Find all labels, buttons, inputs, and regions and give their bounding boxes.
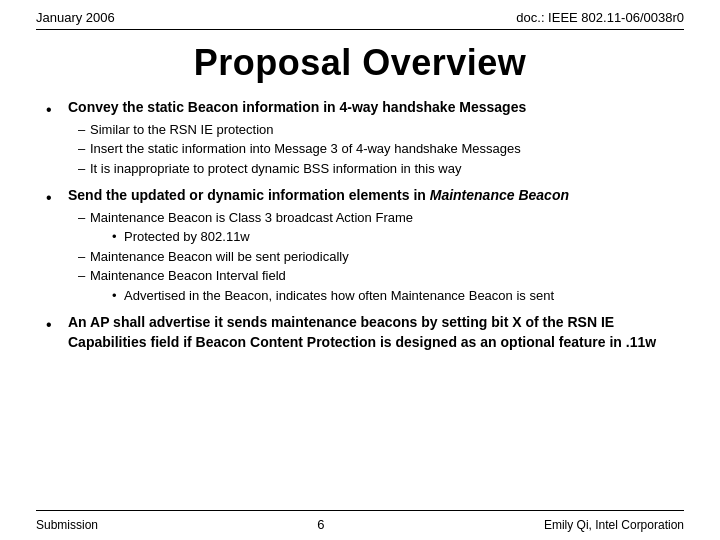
header-doc: doc.: IEEE 802.11-06/0038r0 bbox=[516, 10, 684, 25]
sub-sub-item-2-1-1: Protected by 802.11w bbox=[110, 227, 674, 247]
bullet-content-3: An AP shall advertise it sends maintenan… bbox=[68, 313, 674, 354]
footer: Submission 6 Emily Qi, Intel Corporation bbox=[36, 510, 684, 540]
header-date: January 2006 bbox=[36, 10, 115, 25]
page: January 2006 doc.: IEEE 802.11-06/0038r0… bbox=[0, 0, 720, 540]
sub-item-1-2: Insert the static information into Messa… bbox=[78, 139, 674, 159]
bullet-marker-1: • bbox=[46, 98, 68, 121]
bullet-section-2: • Send the updated or dynamic informatio… bbox=[46, 186, 674, 305]
header: January 2006 doc.: IEEE 802.11-06/0038r0 bbox=[36, 0, 684, 30]
footer-right: Emily Qi, Intel Corporation bbox=[544, 518, 684, 532]
bullet-marker-3: • bbox=[46, 313, 68, 336]
bullet-main-3: An AP shall advertise it sends maintenan… bbox=[68, 313, 674, 352]
sub-list-2: Maintenance Beacon is Class 3 broadcast … bbox=[68, 208, 674, 306]
bullet-section-3: • An AP shall advertise it sends mainten… bbox=[46, 313, 674, 354]
content-area: • Convey the static Beacon information i… bbox=[36, 98, 684, 510]
footer-page-number: 6 bbox=[98, 517, 544, 532]
sub-item-1-1: Similar to the RSN IE protection bbox=[78, 120, 674, 140]
bullet-content-1: Convey the static Beacon information in … bbox=[68, 98, 674, 178]
page-title: Proposal Overview bbox=[36, 42, 684, 84]
sub-item-2-3: Maintenance Beacon Interval field Advert… bbox=[78, 266, 674, 305]
sub-list-1: Similar to the RSN IE protection Insert … bbox=[68, 120, 674, 179]
sub-item-2-1: Maintenance Beacon is Class 3 broadcast … bbox=[78, 208, 674, 247]
italic-maintenance: Maintenance Beacon bbox=[430, 187, 569, 203]
sub-sub-list-2-3: Advertised in the Beacon, indicates how … bbox=[90, 286, 674, 306]
sub-item-1-3: It is inappropriate to protect dynamic B… bbox=[78, 159, 674, 179]
bullet-main-1: Convey the static Beacon information in … bbox=[68, 98, 674, 118]
sub-item-2-2: Maintenance Beacon will be sent periodic… bbox=[78, 247, 674, 267]
footer-left: Submission bbox=[36, 518, 98, 532]
bullet-main-2: Send the updated or dynamic information … bbox=[68, 186, 674, 206]
bullet-section-1: • Convey the static Beacon information i… bbox=[46, 98, 674, 178]
sub-sub-item-2-3-1: Advertised in the Beacon, indicates how … bbox=[110, 286, 674, 306]
bullet-marker-2: • bbox=[46, 186, 68, 209]
bullet-content-2: Send the updated or dynamic information … bbox=[68, 186, 674, 305]
sub-sub-list-2-1: Protected by 802.11w bbox=[90, 227, 674, 247]
